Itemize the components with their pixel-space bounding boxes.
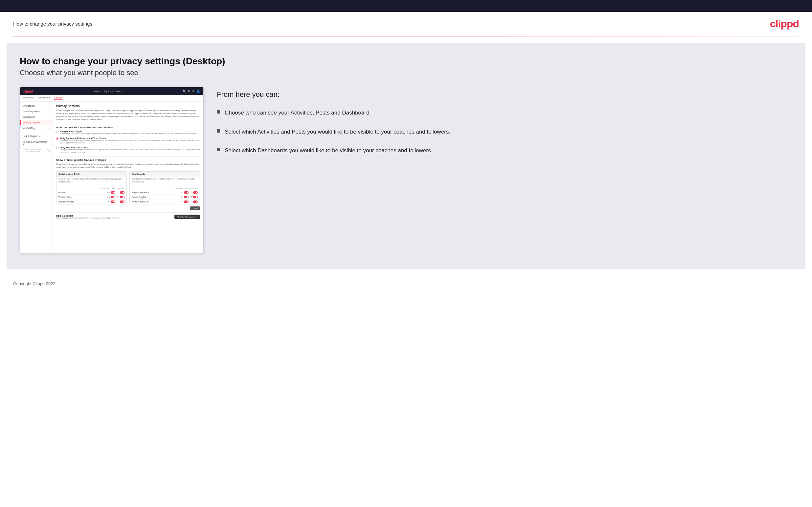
sidebar-item-service-policy[interactable]: Service & Privacy Policy ↗ — [20, 139, 53, 147]
sidebar-item-data-integrations[interactable]: Data Integrations› — [20, 109, 53, 114]
sidebar-divider — [20, 132, 53, 132]
sidebar-item-account[interactable]: My Account› — [20, 103, 53, 109]
radio-circle-followers — [56, 137, 58, 140]
bullet-list: Choose who can see your Activities, Post… — [217, 109, 792, 155]
drills-coaches-toggle[interactable]: ON — [107, 196, 115, 198]
mockup-nav-performance[interactable]: My Performance — [104, 90, 122, 93]
mockup-save-row: Save — [56, 207, 200, 210]
mockup-privacy-desc: Control how you and your data appears to… — [56, 109, 200, 121]
table-row-what-to-work: What To Work On ON ON — [130, 200, 200, 204]
table-row-player-dashboard: Player Dashboard ON ON — [130, 190, 200, 195]
subnav-my-profile[interactable]: My Profile — [23, 97, 34, 100]
bullet-text-3: Select which Dashboards you would like t… — [225, 146, 432, 155]
visit-community-button[interactable]: Visit Our Community ↗ — [174, 215, 200, 219]
page-heading: How to change your privacy settings (Des… — [20, 56, 792, 67]
help-desc: Visit our Clippd community to troublesho… — [56, 217, 119, 219]
page-title: How to change your privacy settings — [13, 21, 92, 26]
copyright-text: Copyright Clippd 2022 — [13, 281, 55, 286]
manual-followers-toggle[interactable]: ON — [117, 201, 124, 203]
sidebar-item-privacy-controls[interactable]: Privacy Controls› — [20, 120, 53, 125]
mockup-nav: Home My Performance — [94, 90, 122, 93]
bullet-item-3: Select which Dashboards you would like t… — [217, 146, 792, 155]
mockup-logo: clippd — [23, 90, 33, 93]
activities-table-cols: COACHES FOLLOWERS — [56, 187, 126, 190]
work-coaches-toggle[interactable]: ON — [181, 201, 189, 203]
work-followers-toggle[interactable]: ON — [190, 201, 198, 203]
mockup-topbar: clippd Home My Performance 🔍 ⊞ ⊙ 👤 — [20, 87, 203, 95]
mockup-body: My Account› Data Integrations› Subscript… — [20, 102, 203, 253]
radio-everyone[interactable]: Everyone on Clippd Everyone on Clippd ca… — [56, 130, 200, 135]
header-divider — [13, 36, 799, 37]
radio-everyone-title: Everyone on Clippd — [60, 130, 197, 132]
radio-followers-title: Only Approved Followers and Your Coach — [60, 137, 200, 139]
main-content: How to change your privacy settings (Des… — [7, 43, 805, 269]
radio-circle-you — [56, 147, 58, 149]
table-row-practice-drills: Practice Drills ON ON — [56, 195, 126, 200]
dashboards-table-cols: COACHES FOLLOWERS — [130, 187, 200, 190]
radio-followers-coach[interactable]: Only Approved Followers and Your Coach O… — [56, 137, 200, 145]
activities-table-desc: Select the types of activity that you'd … — [56, 177, 126, 184]
footer: Copyright Clippd 2022 — [0, 276, 812, 291]
radio-followers-desc: Only approved followers and coaches you … — [60, 139, 200, 145]
rounds-coaches-toggle[interactable]: ON — [107, 191, 115, 193]
bullet-icon-1 — [217, 110, 220, 114]
bullet-icon-3 — [217, 148, 220, 151]
subnav-connections[interactable]: Connections — [38, 97, 50, 100]
sidebar-footer-version: Clippd Client Version: 2022.8.2SQL Serve… — [20, 147, 53, 154]
subnav-settings[interactable]: Settings — [54, 97, 62, 100]
mockup-sidebar: My Account› Data Integrations› Subscript… — [20, 102, 53, 253]
table-row-manual-activities: Manual Activities ON ON — [56, 200, 126, 204]
table-row-rounds: Rounds ON ON — [56, 190, 126, 195]
mockup-divider-2 — [56, 156, 200, 157]
sidebar-item-subscription[interactable]: Subscription› — [20, 114, 53, 120]
dashboards-table-desc: Select the types of activity that you'd … — [130, 177, 200, 184]
mockup-help-section: Help & Support Visit our Clippd communit… — [56, 212, 200, 219]
mockup-show-hide-desc: Regardless of the privacy controls that … — [56, 163, 200, 169]
bullet-item-1: Choose who can see your Activities, Post… — [217, 109, 792, 117]
top-decorative-bar — [0, 0, 812, 12]
rounds-followers-toggle[interactable]: ON — [117, 191, 124, 193]
header: How to change your privacy settings clip… — [0, 12, 812, 36]
mockup-privacy-title: Privacy Controls — [56, 104, 200, 108]
bullet-item-2: Select which Activities and Posts you wo… — [217, 128, 792, 136]
drills-followers-toggle[interactable]: ON — [117, 196, 124, 198]
avatar-icon[interactable]: 👤 — [196, 90, 200, 93]
right-column: From here you can: Choose who can see yo… — [217, 87, 792, 165]
manual-coaches-toggle[interactable]: ON — [107, 201, 115, 203]
page-subheading: Choose what you want people to see — [20, 69, 792, 77]
mockup-save-button[interactable]: Save — [190, 207, 200, 210]
activities-posts-table: Activities and Posts Select the types of… — [56, 171, 127, 205]
grid-icon[interactable]: ⊞ — [188, 90, 191, 93]
insights-coaches-toggle[interactable]: ON — [181, 196, 189, 198]
sidebar-item-help[interactable]: Help & Support ↗ — [20, 133, 53, 139]
mockup-nav-home[interactable]: Home — [94, 90, 100, 93]
app-mockup: clippd Home My Performance 🔍 ⊞ ⊙ 👤 My Pr… — [20, 87, 204, 253]
activities-table-header: Activities and Posts — [56, 172, 126, 177]
bullet-text-2: Select which Activities and Posts you wo… — [225, 128, 450, 136]
mockup-who-can-see-title: Who Can See Your Activities and Dashboar… — [56, 126, 200, 129]
search-icon[interactable]: 🔍 — [183, 90, 186, 93]
player-followers-toggle[interactable]: ON — [190, 191, 198, 193]
help-title: Help & Support — [56, 215, 119, 217]
mockup-main-panel: Privacy Controls Control how you and you… — [53, 102, 203, 253]
radio-everyone-desc: Everyone on Clippd can search for you an… — [60, 132, 197, 135]
radio-only-you[interactable]: Only You and Your Coach Only you and the… — [56, 146, 200, 154]
mockup-icons: 🔍 ⊞ ⊙ 👤 — [183, 90, 200, 93]
screenshot-column: clippd Home My Performance 🔍 ⊞ ⊙ 👤 My Pr… — [20, 87, 204, 253]
settings-icon[interactable]: ⊙ — [192, 90, 195, 93]
sidebar-item-golf-bag[interactable]: My Golf Bag› — [20, 125, 53, 131]
bullet-text-1: Choose who can see your Activities, Post… — [225, 109, 371, 117]
mockup-toggle-tables: Activities and Posts Select the types of… — [56, 171, 200, 205]
mockup-show-hide-title: Show or hide specific features in Clippd — [56, 159, 200, 161]
radio-you-title: Only You and Your Coach — [60, 146, 200, 149]
table-row-round-insights: Round Insights ON ON — [130, 195, 200, 200]
two-column-layout: clippd Home My Performance 🔍 ⊞ ⊙ 👤 My Pr… — [20, 87, 792, 253]
mockup-divider-1 — [56, 124, 200, 124]
radio-you-desc: Only you and the coaches you connect wit… — [60, 149, 200, 154]
mockup-subnav: My Profile Connections Settings — [20, 95, 203, 102]
player-coaches-toggle[interactable]: ON — [181, 191, 189, 193]
dashboards-table-header: Dashboards — [130, 172, 200, 177]
radio-circle-everyone — [56, 130, 58, 133]
from-here-title: From here you can: — [217, 90, 792, 99]
insights-followers-toggle[interactable]: ON — [190, 196, 198, 198]
